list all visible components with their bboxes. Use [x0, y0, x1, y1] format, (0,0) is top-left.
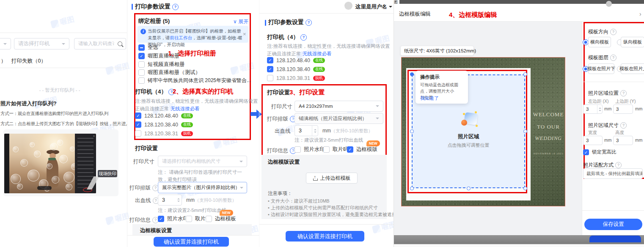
printer-filter-select[interactable]: 请选择打印机 [14, 38, 69, 49]
resize-handle[interactable] [410, 187, 414, 190]
help-icon[interactable] [305, 19, 312, 26]
collapse-chevron-icon[interactable]: › [639, 11, 641, 17]
checkbox-icon[interactable] [267, 75, 273, 81]
checkbox-checked-icon[interactable] [135, 113, 141, 119]
layout-select[interactable]: 展示完整图片（图片保持原始比例） [158, 182, 247, 193]
resize-handle[interactable] [410, 72, 414, 76]
checkbox-icon[interactable] [294, 146, 301, 153]
pickup-code-input[interactable]: 请输入取片码查询 [74, 38, 115, 49]
close-icon[interactable]: × [93, 134, 95, 137]
width-unit: mm [604, 137, 612, 143]
dir-horizontal-button[interactable]: 横向模板 [588, 37, 611, 47]
help-icon[interactable] [620, 90, 627, 96]
checkbox-checked-icon[interactable] [347, 146, 353, 153]
status-badge: 在线 [181, 113, 193, 118]
checkbox-icon[interactable] [135, 130, 141, 137]
layer-over-button[interactable]: 模板在照片上 [621, 63, 644, 74]
radio-selected-icon[interactable] [583, 39, 589, 45]
wireless-guide-link[interactable]: 无线连接必看 [303, 51, 332, 56]
checkbox-checked-icon[interactable] [158, 216, 164, 222]
resize-handle[interactable] [410, 129, 414, 133]
workbench-link[interactable]: 前往工作台 [170, 35, 193, 40]
checkbox-checked-icon[interactable] [583, 149, 589, 155]
bleed-input[interactable]: 3 [294, 125, 318, 136]
upload-border-template-button[interactable]: 上传边框模板 [306, 173, 358, 184]
help-icon[interactable] [620, 122, 627, 129]
opt-border-template[interactable]: 边框模版 [347, 146, 377, 153]
direction-label: 模板方向 [588, 28, 616, 36]
lock-aspect-checkbox[interactable]: 锁定宽高比 [583, 149, 616, 155]
opt-border-template[interactable]: 边框模板 [206, 215, 236, 222]
checkbox-icon[interactable] [323, 146, 330, 153]
pos-y-input[interactable]: 3 [613, 104, 633, 114]
checkbox-checked-icon[interactable] [138, 53, 145, 59]
printer-row[interactable]: 128.120.38.31脱机 [135, 130, 193, 137]
print-settings-title: 打印设置 [135, 145, 158, 152]
help-icon[interactable] [610, 29, 616, 35]
expand-link[interactable]: ∨ 展开 [233, 18, 248, 25]
resize-handle[interactable] [523, 72, 527, 76]
printer-row[interactable]: 128.120.38.40在线 [135, 121, 193, 128]
printer-row[interactable]: 128.120.48.40在线 [267, 57, 325, 63]
avatar [606, 1, 612, 7]
quick-print-tooltip[interactable]: 现场快印 [98, 170, 117, 177]
opt-photo-watermark[interactable]: 照片水印 [294, 146, 325, 153]
album-item[interactable]: 铸牢中华民族共同体意识 2025年安徽省暨合... [138, 77, 251, 84]
print-size-select[interactable]: 请选择打印机内相纸的尺寸 [158, 156, 247, 167]
help-icon[interactable] [172, 4, 179, 10]
width-input[interactable]: 3 [583, 136, 603, 145]
stepper-icons[interactable] [177, 197, 180, 203]
confirm-connect-button[interactable]: 确认设置并连接打印机 [286, 231, 364, 242]
checkbox-icon[interactable] [206, 216, 212, 222]
help-icon[interactable] [610, 55, 616, 61]
confirm-connect-button[interactable]: 确认设置并连接打印机 [154, 237, 229, 247]
checkbox-checked-icon[interactable] [267, 57, 273, 63]
layer-under-button[interactable]: 模板在照片下 [588, 63, 614, 74]
bleed-input[interactable]: 3 [158, 195, 182, 206]
opt-photo-watermark[interactable]: 照片水印 [158, 215, 188, 222]
divider [259, 224, 394, 225]
resize-handle[interactable] [523, 187, 527, 190]
tab-fragment[interactable]: ） [1, 58, 6, 65]
opt-pickup-code[interactable]: 取片码 [323, 146, 349, 153]
layout-label: 打印排版 [267, 115, 296, 123]
help-icon[interactable] [300, 34, 307, 41]
save-settings-button[interactable]: 保存设置 [584, 219, 642, 230]
height-input[interactable]: 3 [613, 136, 633, 145]
printer-row[interactable]: 128.120.48.40在线 [135, 113, 193, 119]
album-item[interactable]: 短视频直播相册 [138, 61, 185, 68]
checkbox-checked-icon[interactable] [135, 121, 141, 128]
checkbox-icon[interactable] [138, 69, 145, 76]
checkbox-checked-icon[interactable] [267, 66, 273, 72]
layout-select[interactable]: 铺满相纸（照片适应相纸比例） [294, 113, 383, 124]
tab-print-failed[interactable]: 打印失败（0） [11, 58, 46, 65]
search-button[interactable] [114, 38, 126, 49]
username[interactable]: 这里是用户名 [355, 3, 387, 11]
close-icon[interactable]: × [243, 31, 246, 37]
checkbox-indeterminate-icon[interactable] [138, 44, 145, 51]
printer-row[interactable]: 128.120.38.40在线 [267, 66, 325, 72]
album-item[interactable]: 喔图直播相册（测试） [138, 69, 201, 76]
hint-confirm-link[interactable]: 我知道了 [420, 95, 439, 102]
print-size-select[interactable]: A4 210x297mm [294, 101, 383, 112]
printer-row[interactable]: 128.120.38.31脱机 [267, 75, 325, 81]
checkbox-icon[interactable] [138, 61, 145, 68]
empty-queue-text: - - 暂无打印队列 - - [0, 87, 119, 93]
resize-handle[interactable] [467, 187, 471, 190]
chevron-down-icon[interactable] [389, 6, 392, 9]
dir-vertical-button[interactable]: 纵向模板 [621, 37, 644, 47]
resize-handle[interactable] [523, 129, 527, 133]
checkbox-icon[interactable] [138, 77, 145, 84]
checkbox-icon[interactable] [186, 216, 192, 222]
stepper-icons[interactable] [597, 105, 602, 113]
avatar[interactable] [344, 2, 352, 10]
help-icon[interactable] [615, 162, 622, 168]
status-filter-select[interactable] [0, 38, 11, 49]
bubble [66, 184, 72, 190]
pos-x-input[interactable]: 3 [583, 104, 603, 114]
printer-section-title: 打印机（4） [135, 88, 175, 96]
album-select-all[interactable]: 全选 [138, 44, 158, 51]
wireless-guide-link[interactable]: 无线连接必看 [171, 106, 200, 111]
fit-select[interactable]: 裁剪填充 - 保持比例裁剪填满 [583, 168, 643, 179]
stepper-icons[interactable] [312, 126, 318, 136]
